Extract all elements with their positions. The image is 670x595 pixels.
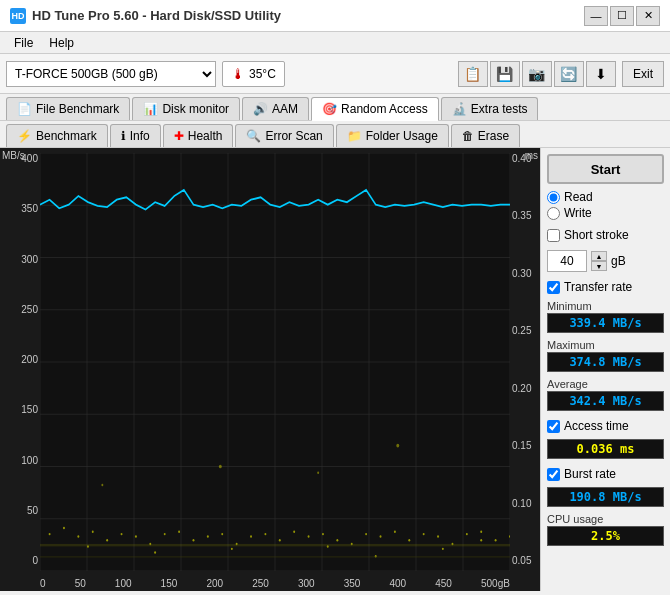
- transfer-rate-checkbox[interactable]: [547, 281, 560, 294]
- svg-point-29: [164, 533, 166, 535]
- temperature-display: 🌡 35°C: [222, 61, 285, 87]
- access-time-value: 0.036 ms: [547, 439, 664, 459]
- main-content: MB/s ms 400 350 300 250 200 150 100 50 0…: [0, 148, 670, 591]
- toolbar-icon-2[interactable]: 💾: [490, 61, 520, 87]
- svg-point-32: [207, 535, 209, 537]
- toolbar-icon-5[interactable]: ⬇: [586, 61, 616, 87]
- tab-error-scan[interactable]: 🔍 Error Scan: [235, 124, 333, 147]
- read-write-radio-group: Read Write: [547, 190, 664, 220]
- file-benchmark-icon: 📄: [17, 102, 32, 116]
- svg-point-64: [396, 444, 399, 448]
- toolbar-icon-3[interactable]: 📷: [522, 61, 552, 87]
- title-bar: HD HD Tune Pro 5.60 - Hard Disk/SSD Util…: [0, 0, 670, 32]
- svg-point-26: [121, 533, 123, 535]
- toolbar-icons: 📋 💾 📷 🔄 ⬇: [458, 61, 616, 87]
- read-label: Read: [564, 190, 593, 204]
- svg-point-52: [495, 539, 497, 541]
- transfer-rate-label: Transfer rate: [564, 280, 632, 294]
- minimum-stat: Minimum 339.4 MB/s: [547, 300, 664, 333]
- tab-disk-monitor-label: Disk monitor: [162, 102, 229, 116]
- access-time-label: Access time: [564, 419, 629, 433]
- tab-folder-usage[interactable]: 📁 Folder Usage: [336, 124, 449, 147]
- tab-random-access[interactable]: 🎯 Random Access: [311, 97, 439, 121]
- tab-extra-tests-label: Extra tests: [471, 102, 528, 116]
- minimum-value: 339.4 MB/s: [547, 313, 664, 333]
- average-label: Average: [547, 378, 664, 390]
- svg-point-22: [63, 527, 65, 529]
- short-stroke-checkbox-row[interactable]: Short stroke: [547, 228, 664, 242]
- tab-info[interactable]: ℹ Info: [110, 124, 161, 147]
- tab-benchmark[interactable]: ⚡ Benchmark: [6, 124, 108, 147]
- toolbar-icon-1[interactable]: 📋: [458, 61, 488, 87]
- svg-point-35: [250, 535, 252, 537]
- svg-point-45: [394, 530, 396, 532]
- thermometer-icon: 🌡: [231, 66, 245, 82]
- close-button[interactable]: ✕: [636, 6, 660, 26]
- menu-help[interactable]: Help: [41, 34, 82, 52]
- spinner-up-button[interactable]: ▲: [591, 251, 607, 261]
- spinner-down-button[interactable]: ▼: [591, 261, 607, 271]
- benchmark-icon: ⚡: [17, 129, 32, 143]
- write-radio[interactable]: [547, 207, 560, 220]
- short-stroke-label: Short stroke: [564, 228, 629, 242]
- svg-point-25: [106, 539, 108, 541]
- svg-rect-61: [40, 544, 510, 546]
- minimize-button[interactable]: —: [584, 6, 608, 26]
- tab-health[interactable]: ✚ Health: [163, 124, 234, 147]
- read-radio[interactable]: [547, 191, 560, 204]
- nav-tabs: 📄 File Benchmark 📊 Disk monitor 🔊 AAM 🎯 …: [0, 94, 670, 148]
- short-stroke-value-input[interactable]: [547, 250, 587, 272]
- svg-point-23: [77, 535, 79, 537]
- svg-point-46: [408, 539, 410, 541]
- chart-area: MB/s ms 400 350 300 250 200 150 100 50 0…: [0, 148, 540, 591]
- chart-canvas: [40, 153, 510, 571]
- disk-selector[interactable]: T-FORCE 500GB (500 gB): [6, 61, 216, 87]
- svg-point-43: [365, 533, 367, 535]
- app-icon: HD: [10, 8, 26, 24]
- menu-file[interactable]: File: [6, 34, 41, 52]
- read-radio-label[interactable]: Read: [547, 190, 664, 204]
- burst-rate-label: Burst rate: [564, 467, 616, 481]
- burst-rate-value: 190.8 MB/s: [547, 487, 664, 507]
- extra-tests-icon: 🔬: [452, 102, 467, 116]
- average-value: 342.4 MB/s: [547, 391, 664, 411]
- write-radio-label[interactable]: Write: [547, 206, 664, 220]
- access-time-checkbox[interactable]: [547, 420, 560, 433]
- info-icon: ℹ: [121, 129, 126, 143]
- exit-button[interactable]: Exit: [622, 61, 664, 87]
- start-button[interactable]: Start: [547, 154, 664, 184]
- tab-file-benchmark[interactable]: 📄 File Benchmark: [6, 97, 130, 120]
- svg-point-59: [442, 548, 444, 550]
- svg-point-56: [231, 548, 233, 550]
- svg-point-38: [293, 530, 295, 532]
- svg-point-50: [466, 533, 468, 535]
- svg-point-66: [317, 471, 319, 473]
- tab-extra-tests[interactable]: 🔬 Extra tests: [441, 97, 539, 120]
- chart-y-labels-left: 400 350 300 250 200 150 100 50 0: [0, 148, 40, 571]
- tab-disk-monitor[interactable]: 📊 Disk monitor: [132, 97, 240, 120]
- burst-rate-checkbox-row[interactable]: Burst rate: [547, 467, 664, 481]
- toolbar-icon-4[interactable]: 🔄: [554, 61, 584, 87]
- access-time-checkbox-row[interactable]: Access time: [547, 419, 664, 433]
- chart-y-labels-right: 0.40 0.35 0.30 0.25 0.20 0.15 0.10 0.05: [510, 148, 540, 571]
- erase-icon: 🗑: [462, 129, 474, 143]
- chart-svg: [40, 153, 510, 571]
- burst-rate-checkbox[interactable]: [547, 468, 560, 481]
- svg-point-65: [101, 484, 103, 486]
- maximize-button[interactable]: ☐: [610, 6, 634, 26]
- health-icon: ✚: [174, 129, 184, 143]
- cpu-usage-stat: CPU usage 2.5%: [547, 513, 664, 546]
- tab-erase-label: Erase: [478, 129, 509, 143]
- tab-folder-usage-label: Folder Usage: [366, 129, 438, 143]
- svg-point-63: [219, 465, 222, 469]
- svg-point-31: [193, 539, 195, 541]
- svg-point-30: [178, 530, 180, 532]
- tab-erase[interactable]: 🗑 Erase: [451, 124, 520, 147]
- svg-point-47: [423, 533, 425, 535]
- short-stroke-checkbox[interactable]: [547, 229, 560, 242]
- temperature-value: 35°C: [249, 67, 276, 81]
- title-bar-controls: — ☐ ✕: [584, 6, 660, 26]
- transfer-rate-checkbox-row[interactable]: Transfer rate: [547, 280, 664, 294]
- tab-aam[interactable]: 🔊 AAM: [242, 97, 309, 120]
- disk-monitor-icon: 📊: [143, 102, 158, 116]
